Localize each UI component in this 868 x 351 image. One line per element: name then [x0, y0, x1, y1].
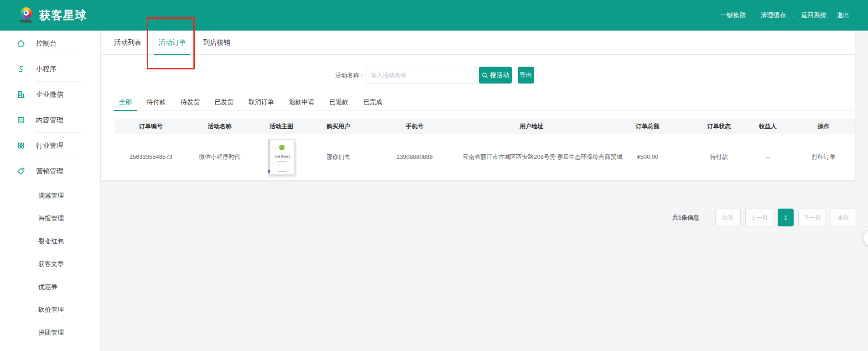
search-activity-button[interactable]: 搜活动 — [479, 67, 512, 84]
link-logout[interactable]: 退出 — [837, 11, 849, 20]
brand-logo-label: 未来鸟 — [18, 19, 34, 24]
separator-dot: · — [792, 12, 795, 19]
filter-cancelled[interactable]: 取消订单 — [243, 94, 280, 110]
sidebar-item-miniprogram[interactable]: 小程序 — [0, 56, 100, 82]
sidebar-item-poster[interactable]: 海报管理 — [0, 207, 100, 230]
search-button-label: 搜活动 — [490, 71, 509, 79]
clipboard-icon — [16, 115, 26, 125]
search-label: 活动名称： — [333, 71, 365, 79]
brand-logo-icon — [21, 7, 32, 19]
export-button[interactable]: 导出 — [518, 67, 534, 84]
sidebar-item-articles[interactable]: 获客文章 — [0, 252, 100, 275]
sidebar-item-console[interactable]: 控制台 — [0, 31, 100, 56]
brand-logo-core — [25, 11, 27, 14]
building-icon — [16, 90, 26, 99]
brand-logo: 未来鸟 — [18, 7, 34, 24]
tab-bar: 活动列表 活动订单 到店核销 — [101, 31, 855, 55]
col-action: 操作 — [793, 119, 855, 134]
print-order-link[interactable]: 打印订单 — [793, 134, 855, 180]
pagination-last-button[interactable]: 末页 — [831, 209, 856, 226]
sidebar-item-group-buy[interactable]: 拼团管理 — [0, 321, 100, 344]
book-decor-line — [277, 161, 287, 162]
filter-pending-payment[interactable]: 待付款 — [141, 94, 171, 110]
filter-shipped[interactable]: 已发货 — [209, 94, 239, 110]
filter-refunded[interactable]: 已退款 — [324, 94, 354, 110]
sidebar-item-bargain[interactable]: 砍价管理 — [0, 298, 100, 321]
filter-all[interactable]: 全部 — [114, 94, 137, 110]
sidebar-item-label: 小程序 — [36, 65, 57, 73]
col-order-no: 订单编号 — [115, 119, 187, 134]
app-title: 获客星球 — [39, 8, 87, 23]
book-publisher-mark — [270, 171, 294, 172]
pagination-prev-button[interactable]: 上一页 — [745, 209, 773, 226]
tag-icon — [16, 167, 26, 176]
cell-beneficiary: -- — [743, 134, 793, 180]
sidebar-item-label: 行业管理 — [36, 141, 63, 150]
search-row: 活动名称： 搜活动 导出 — [333, 67, 534, 84]
table-row: 1563335548573 微信小程序时代 小程序时代 那你们去 — [115, 134, 855, 180]
sidebar-item-content[interactable]: 内容管理 — [0, 107, 100, 133]
sidebar-item-label: 内容管理 — [36, 116, 63, 125]
sidebar-item-red-packet[interactable]: 裂变红包 — [0, 230, 100, 252]
sidebar-item-wecom[interactable]: 企业微信 — [0, 82, 100, 107]
floating-widget-bubble[interactable] — [863, 230, 868, 246]
sidebar-submenu: 满减管理 海报管理 裂变红包 获客文章 优惠券 砍价管理 拼团管理 — [0, 184, 100, 344]
top-header: 未来鸟 获客星球 一键换肤 清理缓存 · 返回系统 退出 — [0, 0, 868, 31]
miniprogram-icon — [16, 64, 26, 73]
col-buyer: 购买用户 — [310, 119, 366, 134]
cell-status: 待付款 — [695, 134, 743, 180]
book-title: 小程序时代 — [270, 155, 294, 159]
cell-address: 云南省丽江市古城区西安路208号旁 寨后生态环保综合商贸城 — [463, 134, 600, 180]
col-total: 订单总额 — [600, 119, 695, 134]
sidebar-item-industry[interactable]: 行业管理 — [0, 133, 100, 158]
sidebar-item-marketing[interactable]: 营销管理 — [0, 158, 100, 184]
filter-pending-shipment[interactable]: 待发货 — [175, 94, 205, 110]
cell-activity-name: 微信小程序时代 — [187, 134, 252, 180]
tab-activity-orders[interactable]: 活动订单 — [154, 31, 190, 54]
cell-buyer: 那你们去 — [310, 134, 366, 180]
col-phone: 手机号 — [366, 119, 463, 134]
sidebar-item-label: 营销管理 — [36, 167, 63, 176]
order-status-filter-bar: 全部 待付款 待发货 已发货 取消订单 退款申请 已退款 已完成 — [114, 94, 855, 111]
sidebar: 控制台 小程序 企业微信 — [0, 31, 101, 351]
pagination-first-button[interactable]: 首页 — [715, 209, 741, 226]
pagination-total-info: 共1条信息 — [672, 214, 699, 222]
col-beneficiary: 收益人 — [743, 119, 793, 134]
grid-circles-icon — [16, 141, 26, 150]
pagination-page-1[interactable]: 1 — [778, 209, 794, 226]
home-icon — [16, 39, 26, 48]
search-icon — [482, 72, 488, 79]
table-header-row: 订单编号 活动名称 活动主图 购买用户 手机号 用户地址 订单总额 订单状态 收… — [115, 119, 855, 134]
book-logo-icon — [279, 145, 285, 150]
filter-completed[interactable]: 已完成 — [358, 94, 388, 110]
col-status: 订单状态 — [695, 119, 743, 134]
sidebar-item-full-reduction[interactable]: 满减管理 — [0, 184, 100, 207]
cell-order-no: 1563335548573 — [115, 134, 187, 180]
cell-main-image: 小程序时代 — [253, 134, 311, 180]
cell-phone: 13908880888 — [366, 134, 463, 180]
tab-store-verify[interactable]: 到店核销 — [198, 31, 235, 54]
page: 未来鸟 获客星球 一键换肤 清理缓存 · 返回系统 退出 控制台 — [0, 0, 868, 351]
col-address: 用户地址 — [463, 119, 600, 134]
filter-refund-request[interactable]: 退款申请 — [283, 94, 320, 110]
col-activity-name: 活动名称 — [187, 119, 252, 134]
pagination-next-button[interactable]: 下一页 — [798, 209, 826, 226]
pagination: 共1条信息 首页 上一页 1 下一页 末页 — [672, 209, 856, 226]
activity-cover-image: 小程序时代 — [268, 139, 295, 175]
col-main-image: 活动主图 — [253, 119, 311, 134]
brand: 未来鸟 获客星球 — [18, 7, 87, 24]
sidebar-item-label: 企业微信 — [36, 90, 63, 99]
link-clear-cache[interactable]: 清理缓存 — [760, 11, 786, 20]
orders-table: 订单编号 活动名称 活动主图 购买用户 手机号 用户地址 订单总额 订单状态 收… — [115, 119, 855, 180]
activity-name-input[interactable] — [365, 67, 478, 84]
link-change-skin[interactable]: 一键换肤 — [720, 11, 746, 20]
link-return-system[interactable]: 返回系统 — [801, 11, 826, 20]
topbar-links: 一键换肤 清理缓存 · 返回系统 退出 — [720, 11, 849, 20]
sidebar-item-coupon[interactable]: 优惠券 — [0, 275, 100, 298]
sidebar-item-label: 控制台 — [36, 39, 57, 48]
tab-activity-list[interactable]: 活动列表 — [109, 31, 146, 54]
main-panel: 活动列表 活动订单 到店核销 活动名称： 搜活动 导出 全部 待付款 待发货 已… — [101, 31, 855, 180]
